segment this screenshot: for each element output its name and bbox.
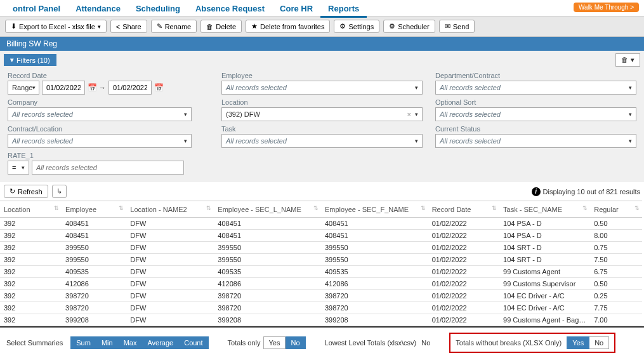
table-cell: 0.25: [590, 290, 642, 302]
location-select[interactable]: (392) DFW×▾: [221, 107, 423, 121]
refresh-button[interactable]: ↻Refresh: [4, 185, 48, 198]
table-row[interactable]: 392399208DFW39920839920801/02/202299 Cus…: [0, 314, 642, 326]
table-cell: 409535: [214, 266, 321, 278]
table-row[interactable]: 392412086DFW41208641208601/02/202299 Cus…: [0, 278, 642, 290]
summary-options: Select Summaries SumMinMaxAverageCount T…: [0, 326, 644, 358]
sort-icon[interactable]: ⇅: [492, 205, 497, 211]
arrow-right-icon: →: [99, 84, 106, 91]
share-button[interactable]: <Share: [110, 20, 147, 33]
totals-only-yes[interactable]: Yes: [263, 336, 286, 349]
sort-icon[interactable]: ⇅: [313, 205, 319, 211]
send-button[interactable]: ✉Send: [439, 20, 475, 33]
table-row[interactable]: 392399550DFW39955039955001/02/2022104 SR…: [0, 254, 642, 266]
clear-filters-button[interactable]: 🗑▾: [615, 53, 640, 67]
table-row[interactable]: 392409535DFW40953540953501/02/202299 Cus…: [0, 266, 642, 278]
table-cell: 398720: [214, 290, 321, 302]
date-mode-select[interactable]: Range▾: [8, 81, 39, 95]
table-cell: 408451: [321, 218, 428, 230]
task-select[interactable]: All records selected▾: [221, 134, 423, 148]
date-to-input[interactable]: [108, 81, 152, 95]
agg-min[interactable]: Min: [96, 336, 119, 349]
table-row[interactable]: 392398720DFW39872039872001/02/2022104 EC…: [0, 290, 642, 302]
sort-icon[interactable]: ⇅: [54, 205, 59, 211]
filter-label: Location: [221, 98, 423, 106]
table-row[interactable]: 392408451DFW40845140845101/02/2022104 PS…: [0, 230, 642, 242]
column-header[interactable]: Employee - SEC_L_NAME⇅: [214, 201, 321, 218]
rate-value-input[interactable]: [32, 161, 184, 175]
nav-tab-ontrol-panel[interactable]: ontrol Panel: [5, 1, 68, 16]
filter-status: Current Status All records selected▾: [435, 125, 636, 148]
clear-icon[interactable]: ×: [407, 110, 411, 118]
settings-button[interactable]: ⚙Settings: [334, 20, 379, 33]
sort-icon[interactable]: ⇅: [582, 205, 588, 211]
department-select[interactable]: All records selected▾: [435, 81, 636, 95]
sort-icon[interactable]: ⇅: [119, 205, 124, 211]
filter-rate: RATE_1 =▾: [8, 152, 209, 175]
filter-task: Task All records selected▾: [221, 125, 423, 148]
totals-only-no[interactable]: No: [286, 336, 305, 349]
walk-me-through-button[interactable]: Walk Me Through >: [574, 3, 639, 12]
rename-button[interactable]: ✎Rename: [151, 20, 197, 33]
agg-max[interactable]: Max: [119, 336, 143, 349]
delete-button[interactable]: 🗑Delete: [200, 20, 242, 33]
calendar-icon[interactable]: 📅: [88, 83, 96, 92]
company-select[interactable]: All records selected▾: [8, 107, 192, 121]
nav-tab-reports[interactable]: Reports: [320, 1, 367, 18]
table-cell: 398720: [321, 290, 428, 302]
rate-op-select[interactable]: =▾: [8, 161, 29, 175]
agg-average[interactable]: Average: [142, 336, 179, 349]
column-header[interactable]: Employee⇅: [62, 201, 126, 218]
no-breaks-no[interactable]: No: [589, 336, 609, 349]
optional-sort-select[interactable]: All records selected▾: [435, 107, 636, 121]
column-header[interactable]: Employee - SEC_F_NAME⇅: [321, 201, 428, 218]
column-header[interactable]: Regular⇅: [590, 201, 642, 218]
column-header[interactable]: Task - SEC_NAME⇅: [499, 201, 590, 218]
table-cell: 392: [0, 254, 62, 266]
nav-tab-attendance[interactable]: Attendance: [68, 1, 128, 16]
scheduler-button[interactable]: ⚙Scheduler: [383, 20, 435, 33]
table-cell: 104 SRT - D: [499, 254, 590, 266]
sort-icon[interactable]: ⇅: [421, 205, 426, 211]
table-cell: 408451: [214, 230, 321, 242]
nav-tab-core-hr[interactable]: Core HR: [272, 1, 320, 16]
date-from-input[interactable]: [42, 81, 85, 95]
filter-label: Task: [221, 125, 423, 133]
table-cell: 412086: [214, 278, 321, 290]
column-header[interactable]: Location - NAME2⇅: [126, 201, 214, 218]
column-header[interactable]: Record Date⇅: [428, 201, 499, 218]
contract-location-select[interactable]: All records selected▾: [8, 134, 192, 148]
trash-icon: 🗑: [206, 23, 213, 30]
table-cell: 01/02/2022: [428, 314, 499, 326]
table-row[interactable]: 392398720DFW39872039872001/02/2022104 EC…: [0, 302, 642, 314]
employee-select[interactable]: All records selected▾: [221, 81, 423, 95]
table-cell: 399550: [214, 254, 321, 266]
table-cell: 399550: [62, 254, 126, 266]
nav-tab-absence-request[interactable]: Absence Request: [188, 1, 272, 16]
agg-count[interactable]: Count: [179, 336, 208, 349]
sort-icon[interactable]: ⇅: [206, 205, 211, 211]
column-header[interactable]: Location⇅: [0, 201, 62, 218]
nav-tab-scheduling[interactable]: Scheduling: [128, 1, 188, 16]
table-cell: 398720: [321, 302, 428, 314]
expand-icon[interactable]: ↳: [52, 185, 67, 198]
table-cell: 104 SRT - D: [499, 242, 590, 254]
agg-sum[interactable]: Sum: [70, 336, 96, 349]
sort-icon[interactable]: ⇅: [634, 205, 640, 211]
table-cell: 99 Customs Agent: [499, 266, 590, 278]
export-button[interactable]: ⬇Export to Excel - xlsx file▾: [5, 20, 107, 33]
table-cell: DFW: [126, 314, 214, 326]
calendar-icon[interactable]: 📅: [154, 83, 163, 92]
table-cell: 01/02/2022: [428, 218, 499, 230]
table-row[interactable]: 392408451DFW40845140845101/02/2022104 PS…: [0, 218, 642, 230]
mail-icon: ✉: [445, 22, 450, 30]
status-select[interactable]: All records selected▾: [435, 134, 636, 148]
no-breaks-yes[interactable]: Yes: [567, 336, 589, 349]
refresh-icon: ↻: [10, 187, 15, 196]
table-cell: DFW: [126, 278, 214, 290]
table-cell: DFW: [126, 266, 214, 278]
table-row[interactable]: 392399550DFW39955039955001/02/2022104 SR…: [0, 242, 642, 254]
filters-toggle[interactable]: ▾Filters (10): [4, 54, 56, 66]
table-cell: DFW: [126, 290, 214, 302]
delete-fav-button[interactable]: ★Delete from favorites: [246, 20, 330, 33]
toolbar: ⬇Export to Excel - xlsx file▾ <Share ✎Re…: [0, 17, 644, 37]
